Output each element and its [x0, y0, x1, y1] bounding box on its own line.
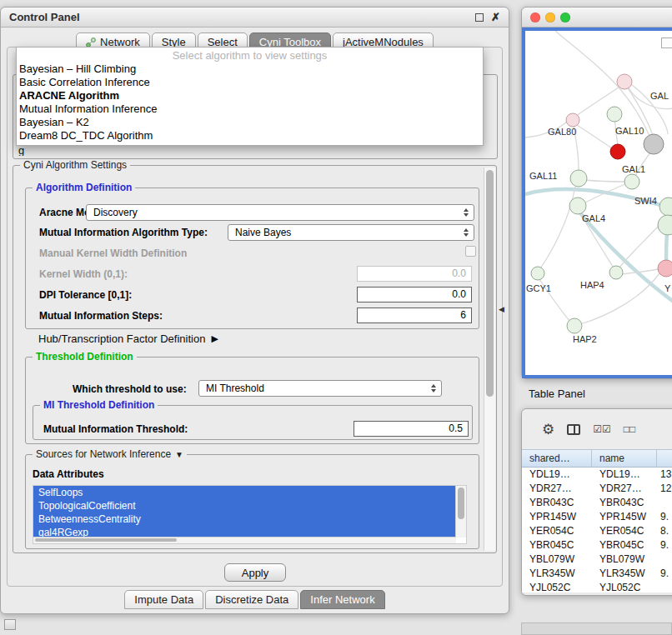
- table-cell: YBR043C: [522, 496, 592, 510]
- network-edge[interactable]: [574, 123, 612, 148]
- column-header[interactable]: shared…: [522, 450, 592, 467]
- close-traffic-light[interactable]: [530, 12, 540, 22]
- which-threshold-select[interactable]: MI Threshold: [198, 380, 442, 397]
- network-edge[interactable]: [540, 187, 575, 268]
- network-edge[interactable]: [619, 226, 659, 268]
- control-panel-titlebar[interactable]: Control Panel ✗: [1, 8, 509, 28]
- hub-transcription-factor-expander[interactable]: Hub/Transcription Factor Definition ▶: [38, 332, 218, 345]
- mi-threshold-label: Mutual Information Threshold:: [43, 423, 188, 435]
- table-row[interactable]: YBR043CYBR043C: [522, 496, 672, 510]
- kernel-width-field[interactable]: 0.0: [357, 266, 472, 282]
- data-attribute-item[interactable]: SelfLoops: [33, 486, 456, 499]
- select-all-checkboxes-icon[interactable]: ☑☑: [593, 423, 611, 435]
- table-row[interactable]: YER054CYER054C8.: [522, 524, 672, 538]
- desktop: Control Panel ✗ NetworkStyleSelectCyni T…: [0, 0, 672, 635]
- network-node[interactable]: [658, 260, 672, 277]
- float-window-icon[interactable]: [475, 13, 484, 22]
- stepper-arrows-icon: [429, 381, 439, 396]
- table-row[interactable]: YDL19…YDL19…13: [522, 468, 672, 482]
- bottom-tab-impute-data[interactable]: Impute Data: [124, 590, 203, 609]
- control-panel-window: Control Panel ✗ NetworkStyleSelectCyni T…: [0, 7, 509, 614]
- apply-button[interactable]: Apply: [224, 563, 286, 582]
- network-node[interactable]: [610, 144, 625, 159]
- tab-label: Impute Data: [134, 593, 193, 606]
- algorithm-option[interactable]: Bayesian – Hill Climbing: [17, 62, 483, 76]
- network-node-gal80[interactable]: [566, 113, 579, 127]
- network-node-label: GAL10: [615, 126, 644, 136]
- table-cell: 9.: [657, 510, 672, 524]
- network-node-label: HAP2: [573, 334, 597, 344]
- network-edge[interactable]: [666, 233, 667, 261]
- settings-scrollbar-thumb[interactable]: [486, 170, 494, 397]
- table-row[interactable]: YJL052CYJL052C: [522, 581, 672, 592]
- algorithm-option[interactable]: Basic Correlation Inference: [17, 76, 483, 89]
- network-node-hap4[interactable]: [609, 266, 623, 279]
- data-attribute-item[interactable]: BetweennessCentrality: [33, 512, 456, 526]
- column-header[interactable]: name: [592, 450, 657, 467]
- algorithm-option[interactable]: Mutual Information Inference: [17, 102, 483, 116]
- corner-dock-icon[interactable]: [4, 619, 16, 630]
- data-attribute-item[interactable]: gal4RGexp: [33, 526, 456, 538]
- window-buttons: ✗: [475, 12, 500, 22]
- network-node-gal1[interactable]: [624, 174, 639, 189]
- zoom-traffic-light[interactable]: [560, 12, 570, 22]
- table-cell: YER054C: [522, 524, 592, 538]
- table-cell: YBR043C: [592, 496, 657, 510]
- algorithm-option[interactable]: Bayesian – K2: [17, 116, 483, 129]
- mi-algorithm-type-select[interactable]: Naive Bayes: [228, 224, 474, 241]
- column-header[interactable]: [657, 450, 672, 467]
- network-node[interactable]: [607, 107, 622, 122]
- network-node[interactable]: [617, 74, 632, 89]
- table-body: YDL19…YDL19…13YDR27…YDR27…12YBR043CYBR04…: [522, 468, 672, 592]
- table-cell: YJL052C: [522, 581, 592, 592]
- network-node-gal4[interactable]: [569, 198, 586, 214]
- network-graph[interactable]: GALGAL80GAL10GAL1GAL11SWI4GAL4GCY1HAP4YH…: [525, 31, 672, 377]
- attributes-scrollbar-thumb[interactable]: [458, 488, 464, 519]
- bottom-tab-discretize-data[interactable]: Discretize Data: [205, 590, 298, 609]
- deselect-all-checkboxes-icon[interactable]: □□: [624, 423, 636, 435]
- mi-threshold-field[interactable]: 0.5: [354, 421, 469, 437]
- mi-steps-field[interactable]: 6: [357, 308, 472, 323]
- attributes-list-scrollbar[interactable]: [455, 486, 466, 538]
- attributes-list-hscrollbar[interactable]: [33, 537, 456, 543]
- network-node-gcy1[interactable]: [531, 267, 544, 280]
- table-row[interactable]: YPR145WYPR145W9.: [522, 510, 672, 524]
- data-attribute-item[interactable]: TopologicalCoefficient: [33, 499, 456, 512]
- sources-group-title[interactable]: Sources for Network Inference ▼: [33, 448, 187, 460]
- bottom-tab-infer-network[interactable]: Infer Network: [300, 590, 384, 609]
- table-row[interactable]: YLR345WYLR345W9.: [522, 567, 672, 581]
- data-attributes-list[interactable]: SelfLoopsTopologicalCoefficientBetweenne…: [33, 485, 467, 544]
- minimize-traffic-light[interactable]: [545, 12, 555, 22]
- table-row[interactable]: YBL079WYBL079W: [522, 552, 672, 567]
- manual-kernel-width-checkbox[interactable]: [465, 246, 476, 257]
- network-node-gal11[interactable]: [570, 170, 587, 187]
- network-node[interactable]: [658, 215, 672, 235]
- algorithm-option[interactable]: ARACNE Algorithm: [17, 89, 483, 102]
- network-node-gal10[interactable]: [644, 134, 664, 154]
- dpi-tolerance-field[interactable]: 0.0: [357, 287, 472, 302]
- which-threshold-label: Which threshold to use:: [73, 383, 187, 395]
- table-cell: 9.: [657, 538, 672, 552]
- close-window-icon[interactable]: ✗: [491, 12, 500, 22]
- attributes-hscrollbar-thumb[interactable]: [35, 538, 177, 542]
- network-node-hap2[interactable]: [567, 318, 582, 333]
- table-cell: 9.: [657, 567, 672, 581]
- network-node-swi4[interactable]: [659, 198, 672, 216]
- table-row[interactable]: YBR045CYBR045C9.: [522, 538, 672, 552]
- birds-eye-button[interactable]: [661, 38, 672, 48]
- settings-scrollbar[interactable]: [484, 168, 495, 551]
- columns-icon[interactable]: [567, 424, 580, 435]
- clipped-combo-text: g: [18, 144, 24, 156]
- splitter-collapse-arrow[interactable]: ◀: [499, 305, 504, 313]
- network-window-titlebar[interactable]: [522, 8, 672, 28]
- aracne-mode-select[interactable]: Discovery: [86, 204, 474, 221]
- table-panel-label: Table Panel: [529, 388, 585, 400]
- threshold-definition-title: Threshold Definition: [33, 351, 137, 362]
- algorithm-option[interactable]: Dream8 DC_TDC Algorithm: [17, 129, 483, 142]
- table-cell: [657, 496, 672, 510]
- table-row[interactable]: YDR27…YDR27…12: [522, 482, 672, 496]
- network-node-label: GAL11: [529, 171, 557, 181]
- network-edge[interactable]: [584, 180, 625, 182]
- gear-icon[interactable]: ⚙: [542, 422, 554, 437]
- network-canvas[interactable]: GALGAL80GAL10GAL1GAL11SWI4GAL4GCY1HAP4YH…: [522, 28, 672, 378]
